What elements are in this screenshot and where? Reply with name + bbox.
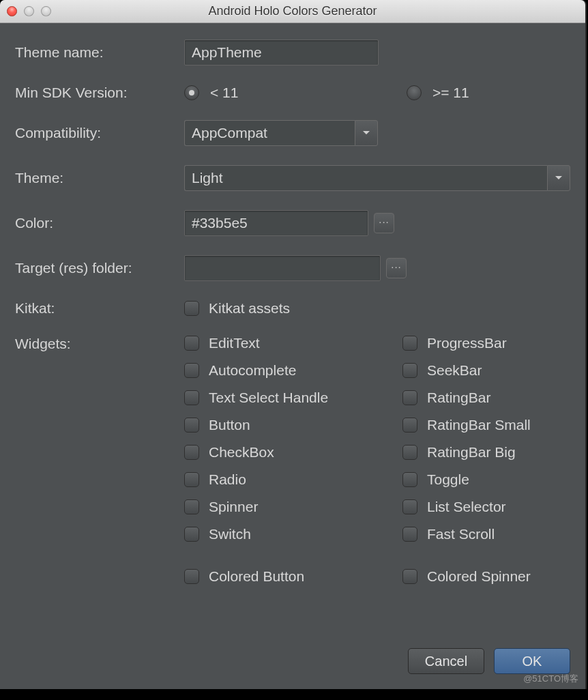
checkbox-icon	[402, 390, 417, 405]
sdk-gte11-option[interactable]: >= 11	[407, 85, 469, 101]
checkbox-icon	[184, 445, 199, 460]
widget-switch[interactable]: Switch	[184, 526, 402, 542]
checkbox-icon	[402, 336, 417, 351]
widget-ratingbar-big[interactable]: RatingBar Big	[402, 444, 531, 461]
checkbox-icon	[184, 418, 199, 433]
radio-icon	[184, 85, 199, 100]
sdk-gte11-label: >= 11	[432, 85, 469, 101]
radio-icon	[407, 85, 422, 100]
form: Theme name: Min SDK Version: < 11 >= 11	[0, 23, 585, 585]
titlebar: Android Holo Colors Generator	[0, 0, 585, 23]
kitkat-label: Kitkat:	[15, 300, 184, 317]
cancel-button[interactable]: Cancel	[408, 648, 484, 674]
widget-ratingbar[interactable]: RatingBar	[402, 390, 531, 406]
target-folder-input[interactable]	[184, 255, 381, 281]
widgets-grid: EditText ProgressBar Autocomplete SeekBa…	[184, 335, 531, 585]
checkbox-icon	[184, 390, 199, 405]
window-controls	[7, 6, 51, 16]
kitkat-assets-checkbox[interactable]: Kitkat assets	[184, 300, 290, 317]
checkbox-icon	[184, 569, 199, 584]
widget-edittext[interactable]: EditText	[184, 335, 402, 351]
widget-checkbox[interactable]: CheckBox	[184, 444, 402, 461]
widget-text-select-handle[interactable]: Text Select Handle	[184, 390, 402, 406]
theme-value: Light	[184, 165, 547, 191]
target-folder-label: Target (res) folder:	[15, 260, 184, 276]
theme-select[interactable]: Light	[184, 165, 570, 191]
chevron-down-icon[interactable]	[355, 120, 378, 146]
compatibility-value: AppCompat	[184, 120, 355, 146]
checkbox-icon	[402, 499, 417, 514]
widget-radio[interactable]: Radio	[184, 471, 402, 488]
color-label: Color:	[15, 215, 184, 231]
widgets-label: Widgets:	[15, 336, 184, 352]
checkbox-icon	[402, 445, 417, 460]
widget-ratingbar-small[interactable]: RatingBar Small	[402, 417, 531, 433]
checkbox-icon	[402, 527, 417, 542]
widget-button[interactable]: Button	[184, 417, 402, 433]
sdk-lt11-option[interactable]: < 11	[184, 85, 407, 101]
checkbox-icon	[402, 569, 417, 584]
widget-spinner[interactable]: Spinner	[184, 499, 402, 515]
widget-progressbar[interactable]: ProgressBar	[402, 335, 531, 351]
dialog-window: Android Holo Colors Generator Theme name…	[0, 0, 587, 689]
widget-seekbar[interactable]: SeekBar	[402, 362, 531, 379]
checkbox-icon	[184, 499, 199, 514]
checkbox-icon	[402, 363, 417, 378]
minimize-icon[interactable]	[24, 6, 34, 16]
watermark: @51CTO博客	[523, 673, 578, 685]
close-icon[interactable]	[7, 6, 17, 16]
theme-name-input[interactable]	[184, 40, 379, 65]
widget-fast-scroll[interactable]: Fast Scroll	[402, 526, 531, 542]
min-sdk-label: Min SDK Version:	[15, 85, 184, 101]
compatibility-select[interactable]: AppCompat	[184, 120, 378, 146]
button-bar: Cancel OK	[408, 648, 570, 674]
widget-autocomplete[interactable]: Autocomplete	[184, 362, 402, 379]
compatibility-label: Compatibility:	[15, 125, 184, 141]
checkbox-icon	[184, 527, 199, 542]
widget-list-selector[interactable]: List Selector	[402, 499, 531, 515]
checkbox-icon	[184, 336, 199, 351]
ok-button[interactable]: OK	[494, 648, 570, 674]
widget-toggle[interactable]: Toggle	[402, 471, 531, 488]
maximize-icon[interactable]	[41, 6, 51, 16]
theme-name-label: Theme name:	[15, 44, 184, 61]
checkbox-icon	[184, 301, 199, 316]
target-folder-browse-button[interactable]: ···	[386, 258, 407, 278]
checkbox-icon	[402, 472, 417, 487]
theme-label: Theme:	[15, 170, 184, 186]
checkbox-icon	[184, 363, 199, 378]
checkbox-icon	[402, 418, 417, 433]
window-title: Android Holo Colors Generator	[0, 4, 585, 18]
color-browse-button[interactable]: ···	[374, 213, 394, 233]
checkbox-icon	[184, 472, 199, 487]
chevron-down-icon[interactable]	[547, 165, 570, 191]
sdk-lt11-label: < 11	[210, 85, 238, 101]
kitkat-assets-label: Kitkat assets	[209, 300, 290, 317]
widget-colored-button[interactable]: Colored Button	[184, 568, 402, 585]
color-input[interactable]	[184, 210, 368, 236]
widget-colored-spinner[interactable]: Colored Spinner	[402, 568, 531, 585]
